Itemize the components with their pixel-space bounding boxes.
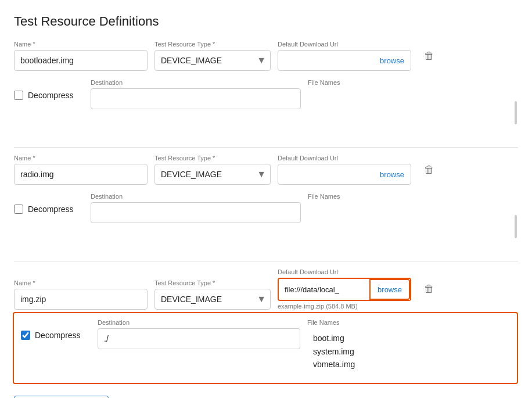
filenames-label-2: File Names [308, 193, 518, 200]
decompress-row-1: Decompress Destination File Names [14, 73, 518, 142]
url-label-3: Default Download Url [278, 268, 411, 275]
add-test-resource-button[interactable]: + Add Test Resource [14, 396, 109, 398]
filenames-group-1: File Names [308, 79, 518, 137]
type-field-group-3: Test Resource Type * DEVICE_IMAGEFILEPAC… [154, 279, 271, 310]
filenames-label-1: File Names [308, 79, 518, 86]
name-input-1[interactable] [14, 50, 148, 71]
type-select-2[interactable]: DEVICE_IMAGEFILEPACKAGE [154, 164, 271, 185]
resource-row-2: Name * Test Resource Type * DEVICE_IMAGE… [14, 155, 518, 185]
resource-section-1: Name * Test Resource Type * DEVICE_IMAGE… [14, 41, 518, 148]
decompress-row-3: Decompress Destination File Names boot.i… [13, 312, 518, 383]
filenames-group-3: File Names boot.img system.img vbmeta.im… [307, 319, 510, 377]
destination-input-3[interactable] [98, 328, 300, 349]
destination-label-3: Destination [98, 319, 300, 326]
delete-button-1[interactable]: 🗑 [420, 46, 438, 66]
decompress-row-2: Decompress Destination File Names [14, 187, 518, 256]
divider [14, 261, 518, 261]
destination-label-2: Destination [91, 193, 301, 200]
decompress-label-3: Decompress [35, 331, 81, 340]
decompress-check-3: Decompress [21, 319, 91, 340]
type-label-1: Test Resource Type * [154, 41, 271, 48]
destination-label-1: Destination [91, 79, 301, 86]
decompress-checkbox-1[interactable] [14, 91, 23, 100]
browse-button-2[interactable]: browse [373, 164, 411, 185]
delete-button-2[interactable]: 🗑 [420, 160, 438, 180]
decompress-label-2: Decompress [28, 205, 74, 214]
type-select-3[interactable]: DEVICE_IMAGEFILEPACKAGE [154, 289, 271, 310]
browse-button-1[interactable]: browse [373, 50, 411, 71]
destination-group-1: Destination [91, 79, 301, 109]
trash-icon-2: 🗑 [424, 164, 434, 175]
filenames-label-3: File Names [307, 319, 510, 326]
url-label-1: Default Download Url [278, 41, 411, 48]
type-select-1[interactable]: DEVICE_IMAGEFILEPACKAGE [154, 50, 271, 71]
name-label-3: Name * [14, 279, 148, 286]
filenames-textarea-1[interactable] [308, 88, 425, 134]
url-wrapper-3: browse [278, 278, 411, 301]
name-field-group-3: Name * [14, 279, 148, 310]
resource-section-2: Name * Test Resource Type * DEVICE_IMAGE… [14, 155, 518, 261]
filenames-textarea-3[interactable]: boot.img system.img vbmeta.img [307, 328, 424, 374]
url-wrapper-1: browse [278, 50, 411, 71]
divider [14, 147, 518, 148]
resource-section-3: Name * Test Resource Type * DEVICE_IMAGE… [14, 268, 518, 383]
url-field-group-1: Default Download Url browse [278, 41, 411, 71]
url-wrapper-2: browse [278, 164, 411, 185]
name-label-2: Name * [14, 155, 148, 162]
decompress-checkbox-3[interactable] [21, 331, 30, 340]
name-input-3[interactable] [14, 289, 148, 310]
type-field-group-2: Test Resource Type * DEVICE_IMAGEFILEPAC… [154, 155, 271, 185]
resource-row-1: Name * Test Resource Type * DEVICE_IMAGE… [14, 41, 518, 71]
scrollbar-1 [515, 101, 517, 124]
url-label-2: Default Download Url [278, 155, 411, 162]
decompress-checkbox-2[interactable] [14, 205, 23, 214]
delete-button-3[interactable]: 🗑 [420, 279, 438, 299]
destination-group-3: Destination [98, 319, 300, 349]
name-input-2[interactable] [14, 164, 148, 185]
type-label-3: Test Resource Type * [154, 279, 271, 286]
decompress-check-1: Decompress [14, 79, 84, 100]
url-field-group-2: Default Download Url browse [278, 155, 411, 185]
destination-input-1[interactable] [91, 88, 301, 109]
name-field-group-1: Name * [14, 41, 148, 71]
decompress-label-1: Decompress [28, 91, 74, 100]
browse-button-3[interactable]: browse [369, 279, 410, 300]
destination-input-2[interactable] [91, 202, 301, 223]
decompress-check-2: Decompress [14, 193, 84, 214]
type-field-group-1: Test Resource Type * DEVICE_IMAGEFILEPAC… [154, 41, 271, 71]
name-label-1: Name * [14, 41, 148, 48]
trash-icon-1: 🗑 [424, 50, 434, 62]
page-title: Test Resource Definitions [14, 14, 518, 29]
destination-group-2: Destination [91, 193, 301, 223]
filenames-group-2: File Names [308, 193, 518, 250]
trash-icon-3: 🗑 [424, 283, 434, 295]
scrollbar-2 [515, 215, 517, 238]
filenames-textarea-2[interactable] [308, 202, 425, 248]
url-field-group-3: Default Download Url browse example-img.… [278, 268, 411, 310]
resource-row-3: Name * Test Resource Type * DEVICE_IMAGE… [14, 268, 518, 310]
name-field-group-2: Name * [14, 155, 148, 185]
type-label-2: Test Resource Type * [154, 155, 271, 162]
file-hint-3: example-img.zip (584.8 MB) [278, 303, 411, 310]
